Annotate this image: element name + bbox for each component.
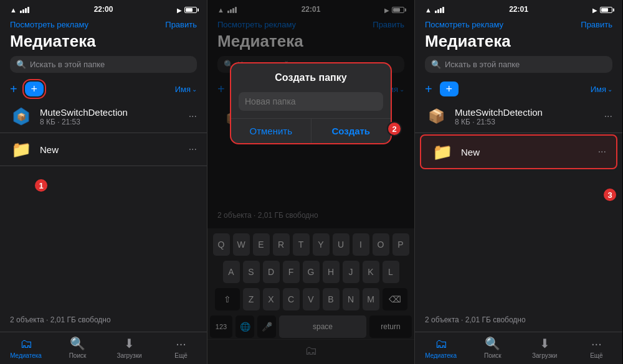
status-left-1: ▲ bbox=[10, 6, 29, 14]
toolbar-left-3: + + bbox=[425, 82, 459, 96]
tab-more-label-1: Ещё bbox=[174, 352, 187, 359]
location-icon-1: ▶ bbox=[177, 7, 182, 14]
toolbar-1: + + Имя ⌄ bbox=[0, 79, 207, 100]
tab-media-icon-1: 🗂 bbox=[20, 337, 32, 351]
status-footer-1: 2 объекта · 2,01 ГБ свободно bbox=[0, 308, 207, 332]
tab-search-icon-1: 🔍 bbox=[70, 336, 85, 351]
status-footer-3: 2 объекта · 2,01 ГБ свободно bbox=[415, 308, 622, 332]
sort-label-3: Имя bbox=[591, 85, 606, 94]
step-badge-2: 2 bbox=[387, 121, 402, 136]
signal-bar bbox=[437, 9, 439, 13]
sort-chevron-3: ⌄ bbox=[607, 86, 612, 93]
file-more-2[interactable]: ··· bbox=[189, 144, 197, 155]
search-icon-1: 🔍 bbox=[16, 60, 26, 69]
list-item[interactable]: 📁 New ··· bbox=[421, 136, 616, 168]
search-placeholder-1: Искать в этой папке bbox=[30, 60, 105, 69]
phone-panel-3: ▲ 22:01 ▶ Посмотреть рекламу Править Мед… bbox=[415, 0, 622, 364]
tab-downloads-1[interactable]: ⬇ Загрузки bbox=[111, 336, 148, 359]
step-badge-3: 3 bbox=[602, 187, 617, 202]
list-item[interactable]: 📁 New ··· bbox=[0, 133, 207, 166]
package-icon-3: 📦 bbox=[425, 105, 447, 128]
tab-search-3[interactable]: 🔍 Поиск bbox=[474, 336, 511, 359]
plus-button-3[interactable]: + bbox=[425, 82, 432, 96]
svg-text:📦: 📦 bbox=[17, 112, 26, 121]
status-bar-3: ▲ 22:01 ▶ bbox=[415, 0, 622, 19]
battery-icon-1 bbox=[184, 7, 197, 13]
status-right-3: ▶ bbox=[592, 7, 612, 14]
tab-search-1[interactable]: 🔍 Поиск bbox=[59, 336, 97, 359]
view-ads-link-3[interactable]: Посмотреть рекламу bbox=[425, 20, 503, 29]
bottom-tabs-1: 🗂 Медиатека 🔍 Поиск ⬇ Загрузки ··· Ещё bbox=[0, 332, 207, 364]
tab-search-label-3: Поиск bbox=[484, 352, 502, 359]
modal-overlay-2[interactable]: Создать папку Отменить Создать bbox=[207, 0, 414, 364]
battery-fill-3 bbox=[601, 8, 608, 12]
list-item[interactable]: 📦 MuteSwitchDetection 8 КБ · 21:53 ··· bbox=[0, 100, 207, 133]
tab-more-3[interactable]: ··· Ещё bbox=[578, 337, 615, 359]
tab-more-1[interactable]: ··· Ещё bbox=[163, 337, 200, 359]
tab-more-label-3: Ещё bbox=[590, 352, 602, 359]
status-time-1: 22:00 bbox=[94, 5, 113, 14]
signal-bar bbox=[435, 11, 437, 13]
signal-bar bbox=[27, 7, 29, 13]
battery-icon-3 bbox=[600, 7, 612, 13]
search-placeholder-3: Искать в этой папке bbox=[445, 60, 520, 69]
tab-media-1[interactable]: 🗂 Медиатека bbox=[7, 337, 45, 359]
location-icon-3: ▶ bbox=[592, 7, 597, 14]
add-folder-button-1[interactable]: + bbox=[25, 82, 44, 96]
file-info-1: MuteSwitchDetection 8 КБ · 21:53 bbox=[40, 107, 181, 126]
tab-downloads-icon-1: ⬇ bbox=[124, 336, 135, 351]
file-more-5[interactable]: ··· bbox=[604, 111, 612, 122]
tab-downloads-3[interactable]: ⬇ Загрузки bbox=[526, 336, 563, 359]
add-folder-icon-1: + bbox=[31, 83, 37, 96]
page-title-3: Медиатека bbox=[415, 32, 622, 56]
signal-bar bbox=[440, 8, 442, 13]
file-name-1: MuteSwitchDetection bbox=[40, 107, 181, 118]
battery-fill-1 bbox=[186, 8, 193, 12]
sort-button-3[interactable]: Имя ⌄ bbox=[591, 85, 612, 94]
modal-actions: Отменить Создать bbox=[231, 118, 391, 143]
tab-media-icon-3: 🗂 bbox=[435, 337, 447, 351]
sort-chevron-1: ⌄ bbox=[192, 86, 197, 93]
signal-bars-3 bbox=[435, 7, 444, 13]
tab-more-icon-3: ··· bbox=[591, 337, 602, 351]
modal-confirm-button[interactable]: Создать bbox=[312, 119, 391, 143]
wifi-icon-1: ▲ bbox=[10, 6, 17, 14]
file-name-6: New bbox=[461, 147, 591, 157]
sort-button-1[interactable]: Имя ⌄ bbox=[175, 85, 197, 94]
file-name-5: MuteSwitchDetection bbox=[455, 107, 597, 118]
edit-link-3[interactable]: Править bbox=[581, 20, 612, 29]
tab-media-3[interactable]: 🗂 Медиатека bbox=[422, 337, 460, 359]
phone-panel-1: ▲ 22:00 ▶ Посмотреть рекламу Править Мед… bbox=[0, 0, 207, 364]
search-bar-3[interactable]: 🔍 Искать в этой папке bbox=[425, 56, 612, 73]
tab-search-icon-3: 🔍 bbox=[485, 336, 500, 351]
tab-downloads-label-1: Загрузки bbox=[117, 352, 141, 359]
file-info-2: New bbox=[40, 144, 181, 155]
folder-icon-1: 📁 bbox=[10, 138, 32, 161]
add-folder-icon-3: + bbox=[445, 83, 452, 96]
edit-link-1[interactable]: Править bbox=[165, 20, 197, 29]
tab-downloads-label-3: Загрузки bbox=[532, 352, 557, 359]
list-item[interactable]: 📦 MuteSwitchDetection 8 КБ · 21:53 ··· bbox=[415, 100, 622, 133]
tab-media-label-3: Медиатека bbox=[425, 352, 457, 359]
tab-more-icon-1: ··· bbox=[176, 337, 186, 351]
folder-name-input[interactable] bbox=[239, 92, 383, 111]
modal-cancel-button[interactable]: Отменить bbox=[231, 119, 312, 143]
step-badge-1: 1 bbox=[34, 178, 49, 193]
file-more-6[interactable]: ··· bbox=[598, 146, 606, 157]
file-info-6: New bbox=[461, 147, 591, 157]
modal-input-wrap bbox=[231, 88, 391, 118]
plus-button-1[interactable]: + bbox=[10, 82, 17, 96]
highlighted-new-folder[interactable]: 📁 New ··· bbox=[420, 134, 617, 169]
status-left-3: ▲ bbox=[425, 6, 444, 14]
wifi-icon-3: ▲ bbox=[425, 6, 432, 14]
tab-search-label-1: Поиск bbox=[69, 352, 87, 359]
file-meta-1: 8 КБ · 21:53 bbox=[40, 118, 181, 126]
add-folder-button-3[interactable]: + bbox=[440, 82, 459, 96]
toolbar-left-1: + + bbox=[10, 82, 44, 96]
bottom-tabs-3: 🗂 Медиатека 🔍 Поиск ⬇ Загрузки ··· Ещё bbox=[415, 332, 622, 364]
view-ads-link-1[interactable]: Посмотреть рекламу bbox=[10, 20, 88, 29]
file-name-2: New bbox=[40, 144, 181, 155]
signal-bar bbox=[442, 7, 444, 13]
file-more-1[interactable]: ··· bbox=[189, 111, 197, 122]
search-bar-1[interactable]: 🔍 Искать в этой папке bbox=[10, 56, 197, 73]
